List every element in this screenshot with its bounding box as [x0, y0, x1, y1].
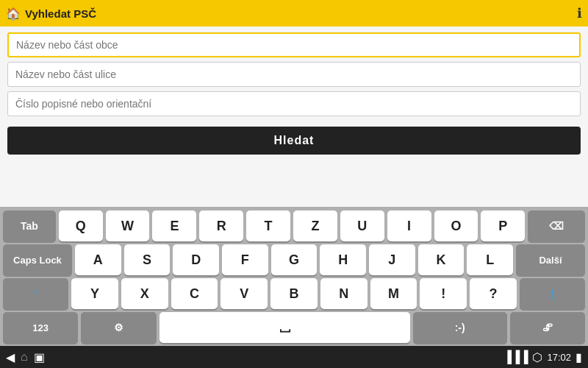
home-icon: 🏠	[6, 7, 21, 21]
wifi-icon: ⬡	[532, 350, 542, 364]
key-z[interactable]: Z	[293, 210, 337, 241]
key-x[interactable]: X	[121, 278, 168, 309]
key-capslock[interactable]: Caps Lock	[3, 244, 72, 275]
key-next[interactable]: Další	[516, 244, 585, 275]
street-input[interactable]	[7, 62, 581, 87]
nav-back-icon[interactable]: ◀	[6, 350, 15, 364]
number-input[interactable]	[7, 91, 581, 116]
key-shift-left[interactable]: ↑	[3, 278, 68, 309]
key-t[interactable]: T	[246, 210, 290, 241]
nav-recent-icon[interactable]: ▣	[34, 350, 45, 364]
status-bar: ◀ ⌂ ▣ ▐▐▐ ⬡ 17:02 ▮	[0, 346, 588, 368]
key-f[interactable]: F	[222, 244, 268, 275]
keyboard: Tab Q W E R T Z U I O P ⌫ Caps Lock A S …	[0, 207, 588, 346]
key-r[interactable]: R	[199, 210, 243, 241]
key-exclaim[interactable]: !	[420, 278, 467, 309]
status-bar-left: ◀ ⌂ ▣	[6, 350, 45, 364]
key-o[interactable]: O	[434, 210, 478, 241]
key-smiley[interactable]: :-)	[413, 312, 507, 343]
status-bar-right: ▐▐▐ ⬡ 17:02 ▮	[503, 350, 582, 364]
main-content: Hledat	[0, 26, 588, 207]
city-input[interactable]	[7, 32, 581, 57]
key-tab[interactable]: Tab	[3, 210, 56, 241]
keyboard-row-4: 123 ⚙ ⎵ :-) 🖇	[3, 312, 585, 343]
key-p[interactable]: P	[481, 210, 525, 241]
key-n[interactable]: N	[320, 278, 368, 309]
key-k[interactable]: K	[418, 244, 465, 275]
key-g[interactable]: G	[271, 244, 318, 275]
key-m[interactable]: M	[370, 278, 417, 309]
title-bar-left: 🏠 Vyhledat PSČ	[6, 7, 96, 21]
key-backspace[interactable]: ⌫	[528, 210, 585, 241]
key-shift-right[interactable]: ↑	[520, 278, 585, 309]
key-d[interactable]: D	[173, 244, 219, 275]
key-i[interactable]: I	[387, 210, 431, 241]
keyboard-row-2: Caps Lock A S D F G H J K L Další	[3, 244, 585, 275]
signal-icon: ▐▐▐	[503, 350, 528, 364]
key-space[interactable]: ⎵	[159, 312, 410, 343]
title-bar: 🏠 Vyhledat PSČ ℹ	[0, 0, 588, 26]
key-b[interactable]: B	[270, 278, 318, 309]
search-button-wrap: Hledat	[7, 127, 581, 155]
key-u[interactable]: U	[340, 210, 384, 241]
search-button[interactable]: Hledat	[7, 127, 581, 155]
key-a[interactable]: A	[75, 244, 121, 275]
keyboard-row-3: ↑ Y X C V B N M ! ? ↑	[3, 278, 585, 309]
key-y[interactable]: Y	[71, 278, 118, 309]
key-v[interactable]: V	[220, 278, 268, 309]
key-paperclip[interactable]: 🖇	[510, 312, 585, 343]
key-question[interactable]: ?	[470, 278, 517, 309]
keyboard-row-1: Tab Q W E R T Z U I O P ⌫	[3, 210, 585, 241]
nav-home-icon[interactable]: ⌂	[21, 350, 28, 364]
key-q[interactable]: Q	[59, 210, 103, 241]
page-title: Vyhledat PSČ	[25, 7, 96, 20]
key-e[interactable]: E	[152, 210, 196, 241]
key-c[interactable]: C	[171, 278, 218, 309]
battery-icon: ▮	[576, 350, 582, 364]
key-h[interactable]: H	[320, 244, 366, 275]
key-settings[interactable]: ⚙	[81, 312, 156, 343]
info-icon[interactable]: ℹ	[577, 5, 582, 21]
key-123[interactable]: 123	[3, 312, 78, 343]
key-l[interactable]: L	[467, 244, 513, 275]
key-s[interactable]: S	[124, 244, 171, 275]
key-j[interactable]: J	[369, 244, 415, 275]
status-time: 17:02	[547, 352, 571, 363]
key-w[interactable]: W	[106, 210, 150, 241]
